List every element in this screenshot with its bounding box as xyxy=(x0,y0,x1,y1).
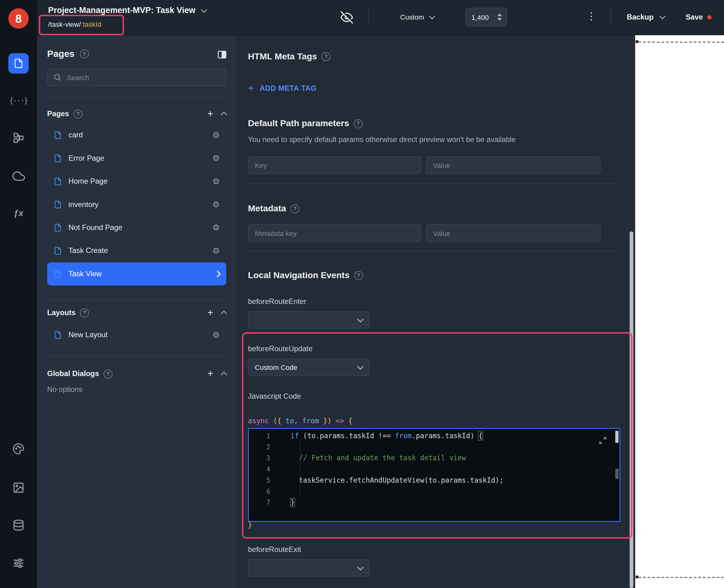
panel-scrollbar[interactable] xyxy=(630,231,633,588)
icon-rail: 8 {···} ƒx xyxy=(0,0,37,588)
help-icon[interactable]: ? xyxy=(322,52,330,61)
page-item-new-layout[interactable]: New Layout⚙ xyxy=(47,323,226,346)
expand-editor-button[interactable] xyxy=(598,436,608,445)
canvas-preview[interactable] xyxy=(635,35,724,588)
nav-settings-button[interactable] xyxy=(0,551,37,575)
nav-theme-button[interactable] xyxy=(0,437,37,461)
more-options-button[interactable]: ⋮ xyxy=(586,10,597,22)
code-line: 6 xyxy=(249,486,620,497)
backup-label: Backup xyxy=(627,13,654,21)
nav-cloud-button[interactable] xyxy=(0,164,37,188)
increment-icon[interactable] xyxy=(497,13,502,16)
path-param-key-input[interactable] xyxy=(248,156,421,174)
formula-fx-icon: ƒx xyxy=(14,208,23,218)
add-layout-button[interactable]: + xyxy=(204,307,217,319)
canvas-width-stepper[interactable] xyxy=(466,8,507,26)
collapse-panel-button[interactable] xyxy=(217,49,227,60)
canvas-width-input[interactable] xyxy=(466,13,496,21)
global-dialogs-empty-text: No options xyxy=(47,385,83,394)
boundary-handle[interactable] xyxy=(636,40,639,43)
collapse-section-icon[interactable] xyxy=(220,111,227,118)
metadata-key-input[interactable] xyxy=(248,224,421,242)
width-steppers[interactable] xyxy=(497,13,502,21)
section-divider xyxy=(248,251,620,251)
page-item-not-found-page[interactable]: Not Found Page⚙ xyxy=(47,216,226,239)
sliders-icon xyxy=(13,556,24,569)
add-dialog-button[interactable]: + xyxy=(204,368,217,380)
nav-pages-button[interactable] xyxy=(0,51,37,75)
page-item-home-page[interactable]: Home Page⚙ xyxy=(47,170,226,193)
nav-formulas-button[interactable]: ƒx xyxy=(0,202,37,225)
editor-scrollbar-thumb[interactable] xyxy=(615,431,618,443)
before-route-enter-select[interactable] xyxy=(248,311,370,329)
nav-bindings-button[interactable]: {···} xyxy=(0,89,37,113)
app-logo[interactable]: 8 xyxy=(0,6,37,30)
help-icon[interactable]: ? xyxy=(291,204,300,213)
page-file-icon xyxy=(54,201,62,209)
line-number: 7 xyxy=(249,499,270,506)
line-number: 6 xyxy=(249,488,270,495)
add-page-button[interactable]: + xyxy=(204,108,217,120)
before-route-exit-select[interactable] xyxy=(248,560,370,576)
code-line: 5 taskService.fetchAndUpdateView(to.para… xyxy=(249,475,620,486)
collapse-section-icon[interactable] xyxy=(220,311,227,317)
chevron-down-icon xyxy=(357,316,364,322)
section-divider xyxy=(248,184,620,184)
page-settings-gear-icon[interactable]: ⚙ xyxy=(212,247,220,255)
layout-settings-gear-icon[interactable]: ⚙ xyxy=(212,331,220,339)
nav-data-button[interactable] xyxy=(0,513,37,537)
pages-list: card⚙Error Page⚙Home Page⚙inventory⚙Not … xyxy=(47,124,226,286)
expand-icon xyxy=(598,436,608,445)
save-button[interactable]: Save xyxy=(685,13,711,21)
backup-button[interactable]: Backup xyxy=(627,13,665,21)
plus-icon: + xyxy=(248,82,254,94)
page-item-card[interactable]: card⚙ xyxy=(47,124,226,147)
line-number: 4 xyxy=(249,465,270,473)
page-boundary-top xyxy=(639,42,724,43)
global-dialogs-section-header: Global Dialogs ? + xyxy=(47,367,226,381)
help-icon[interactable]: ? xyxy=(354,119,362,128)
chevron-down-icon xyxy=(659,13,665,20)
page-settings-gear-icon[interactable]: ⚙ xyxy=(212,201,220,209)
page-settings-gear-icon[interactable]: ⚙ xyxy=(212,131,220,139)
decrement-icon[interactable] xyxy=(497,18,502,21)
line-number: 2 xyxy=(249,443,270,450)
search-input[interactable] xyxy=(66,73,220,81)
collapse-section-icon[interactable] xyxy=(220,371,227,378)
page-file-icon xyxy=(54,131,62,139)
page-item-task-view[interactable]: Task View xyxy=(47,262,226,285)
code-editor[interactable]: 1if (to.params.taskId !== from.params.ta… xyxy=(248,428,620,522)
page-file-icon xyxy=(54,224,62,232)
panel-toggle-icon xyxy=(217,49,227,60)
page-settings-gear-icon[interactable]: ⚙ xyxy=(212,177,220,186)
page-route-path: /task-view/:taskId xyxy=(48,21,101,28)
project-title[interactable]: Project-Management-MVP: Task View xyxy=(48,6,207,15)
add-meta-tag-button[interactable]: + ADD META TAG xyxy=(248,82,317,94)
route-prefix: /task-view/ xyxy=(48,21,81,28)
breakpoint-select[interactable]: Custom xyxy=(400,13,434,21)
help-icon[interactable]: ? xyxy=(354,271,363,280)
before-route-update-select[interactable]: Custom Code xyxy=(248,359,370,376)
page-item-task-create[interactable]: Task Create⚙ xyxy=(47,239,226,262)
page-item-label: Error Page xyxy=(68,154,104,163)
page-item-inventory[interactable]: inventory⚙ xyxy=(47,193,226,216)
pages-search[interactable] xyxy=(47,68,226,86)
help-icon[interactable]: ? xyxy=(104,370,112,378)
help-icon[interactable]: ? xyxy=(80,49,89,58)
pages-icon xyxy=(8,53,29,74)
nav-assets-button[interactable] xyxy=(0,476,37,500)
help-icon[interactable]: ? xyxy=(80,308,89,317)
metadata-value-input[interactable] xyxy=(426,224,600,242)
boundary-handle[interactable] xyxy=(636,575,639,579)
nav-components-button[interactable] xyxy=(0,126,37,150)
path-param-value-input[interactable] xyxy=(426,156,600,174)
page-settings-gear-icon[interactable]: ⚙ xyxy=(212,154,220,163)
line-number: 1 xyxy=(249,432,270,440)
page-settings-gear-icon[interactable]: ⚙ xyxy=(212,224,220,232)
chevron-down-icon xyxy=(357,363,364,370)
help-icon[interactable]: ? xyxy=(73,109,82,118)
page-item-error-page[interactable]: Error Page⚙ xyxy=(47,147,226,170)
logo-8-icon: 8 xyxy=(8,8,29,29)
unsaved-changes-dot xyxy=(707,15,711,19)
preview-visibility-button[interactable] xyxy=(341,11,353,24)
